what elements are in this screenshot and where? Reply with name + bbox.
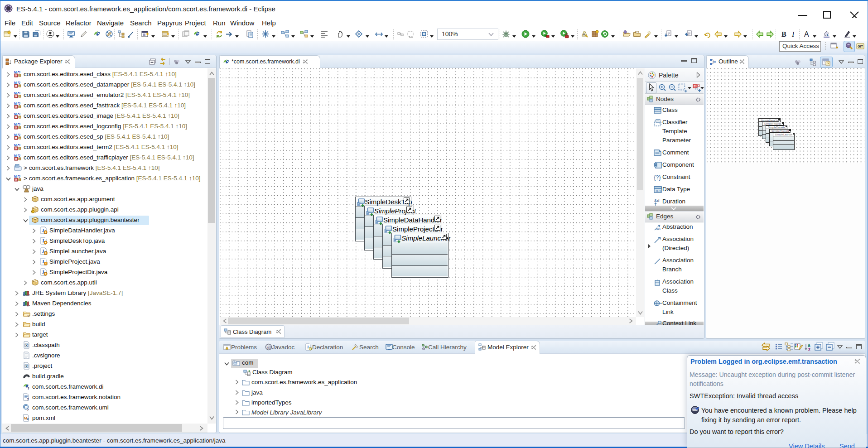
svg-text:M: M — [14, 102, 17, 105]
svg-text:M: M — [24, 416, 27, 420]
svg-text:A: A — [804, 30, 809, 38]
svg-text:J: J — [42, 259, 44, 264]
svg-text:?: ? — [27, 397, 29, 401]
svg-text:?: ? — [27, 386, 29, 390]
svg-text:M: M — [14, 123, 17, 126]
svg-text:M: M — [14, 92, 17, 95]
svg-text:T: T — [694, 85, 695, 88]
svg-text:A: A — [583, 32, 585, 37]
svg-text:?: ? — [27, 408, 29, 412]
svg-text:A: A — [45, 252, 47, 255]
svg-text:J: J — [42, 249, 44, 254]
svg-text:X: X — [25, 344, 28, 347]
svg-text:M: M — [14, 144, 17, 147]
svg-text:M: M — [14, 133, 17, 136]
svg-text:M: M — [14, 175, 17, 178]
svg-text:M: M — [14, 81, 17, 84]
svg-text:I: I — [791, 30, 795, 38]
svg-text:<A>: <A> — [655, 227, 661, 231]
svg-text:@: @ — [267, 345, 271, 350]
svg-text:J: J — [307, 345, 309, 349]
svg-text:M: M — [14, 154, 17, 157]
svg-text:M: M — [14, 71, 17, 74]
svg-text:GIT: GIT — [858, 45, 863, 48]
svg-text:{?}: {?} — [654, 174, 661, 181]
svg-text:?: ? — [27, 314, 29, 318]
svg-text:<D>: <D> — [656, 189, 661, 193]
svg-text:M: M — [14, 112, 17, 116]
svg-text:B: B — [781, 30, 786, 38]
svg-text:z: z — [808, 347, 810, 352]
svg-text:A: A — [45, 262, 47, 265]
svg-text:&d: &d — [654, 198, 659, 203]
svg-text:X: X — [25, 365, 28, 368]
